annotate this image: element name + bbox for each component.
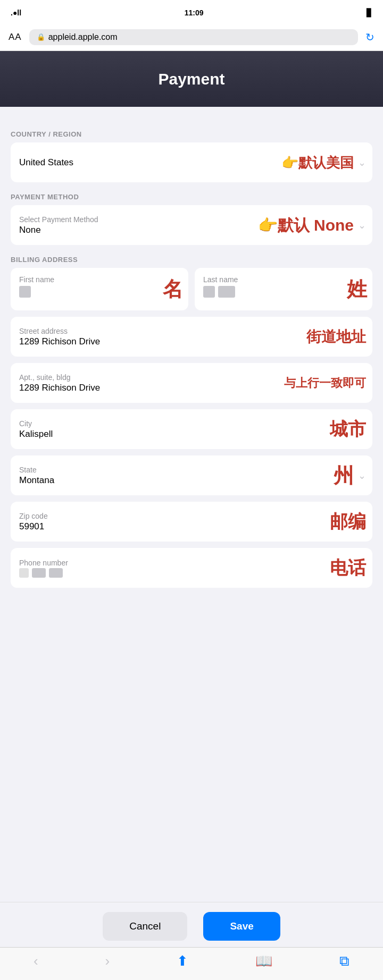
state-value: Montana — [19, 475, 364, 486]
phone-annotation: 电话 — [330, 556, 366, 580]
name-row: First name 名 Last name 姓 — [11, 268, 372, 310]
zip-annotation-overlay: 邮编 — [324, 510, 366, 534]
payment-method-field[interactable]: Select Payment Method None 👉默认 None ⌄ — [11, 205, 372, 245]
time-display: 11:09 — [185, 9, 204, 17]
country-region-label: COUNTRY / REGION — [11, 130, 372, 138]
first-name-field[interactable]: First name 名 — [11, 268, 188, 310]
country-region-section: United States 👉默认美国 ⌄ — [11, 142, 372, 182]
action-bar: Cancel Save — [0, 902, 383, 948]
ios-bottom-bar: ‹ › ⬆ 📖 ⧉ — [0, 947, 383, 980]
phone-content: Phone number — [19, 559, 364, 578]
first-name-placeholder-block — [19, 286, 31, 298]
chevron-down-icon-payment: ⌄ — [358, 219, 366, 231]
phone-label: Phone number — [19, 559, 364, 567]
state-annotation-overlay: 州 ⌄ — [328, 462, 366, 489]
apt-suite-section: Apt., suite, bldg 1289 Richison Drive 与上… — [11, 363, 372, 403]
chevron-down-icon: ⌄ — [358, 157, 366, 168]
state-section: State Montana 州 ⌄ — [11, 455, 372, 495]
font-size-control[interactable]: AA — [9, 32, 22, 43]
chevron-down-icon-state: ⌄ — [358, 470, 366, 481]
bookmarks-button[interactable]: 📖 — [255, 953, 272, 969]
zip-code-section: Zip code 59901 邮编 — [11, 502, 372, 542]
first-name-placeholder — [19, 286, 180, 298]
phone-field[interactable]: Phone number 电话 — [11, 548, 372, 588]
last-name-placeholder-block1 — [203, 286, 215, 298]
url-text: appleid.apple.com — [48, 32, 118, 42]
street-address-field[interactable]: Street address 1289 Richison Drive 街道地址 — [11, 317, 372, 357]
main-content: COUNTRY / REGION United States 👉默认美国 ⌄ P… — [0, 107, 383, 658]
zip-code-field[interactable]: Zip code 59901 邮编 — [11, 502, 372, 542]
battery-indicator: ▊ — [367, 9, 372, 17]
city-section: City Kalispell 城市 — [11, 409, 372, 449]
first-name-annotation: 名 — [163, 276, 183, 303]
last-name-placeholder — [203, 286, 364, 298]
city-annotation: 城市 — [330, 417, 366, 442]
page-title: Payment — [158, 70, 224, 88]
lock-icon: 🔒 — [37, 33, 45, 41]
payment-annotation-overlay: 👉默认 None ⌄ — [253, 214, 366, 236]
cancel-button[interactable]: Cancel — [103, 912, 187, 941]
forward-button[interactable]: › — [105, 953, 110, 969]
apt-suite-field[interactable]: Apt., suite, bldg 1289 Richison Drive 与上… — [11, 363, 372, 403]
phone-placeholder — [19, 568, 364, 578]
zip-annotation: 邮编 — [330, 510, 366, 534]
street-annotation: 街道地址 — [306, 327, 366, 347]
save-button[interactable]: Save — [203, 912, 280, 941]
country-region-field[interactable]: United States 👉默认美国 ⌄ — [11, 142, 372, 182]
zip-code-value: 59901 — [19, 521, 364, 532]
phone-placeholder-block1 — [19, 568, 29, 578]
last-name-field[interactable]: Last name 姓 — [195, 268, 372, 310]
city-content: City Kalispell — [19, 419, 364, 440]
signal-indicator: .●ll — [11, 9, 21, 17]
city-label: City — [19, 419, 364, 428]
phone-section: Phone number 电话 — [11, 548, 372, 588]
browser-bar: AA 🔒 appleid.apple.com ↻ — [0, 23, 383, 51]
payment-method-section: Select Payment Method None 👉默认 None ⌄ — [11, 205, 372, 245]
phone-placeholder-block3 — [49, 568, 63, 578]
apt-annotation-overlay: 与上行一致即可 — [279, 375, 366, 391]
state-field[interactable]: State Montana 州 ⌄ — [11, 455, 372, 495]
last-name-placeholder-block2 — [218, 286, 235, 298]
zip-code-content: Zip code 59901 — [19, 512, 364, 532]
phone-placeholder-block2 — [32, 568, 46, 578]
street-annotation-overlay: 街道地址 — [301, 327, 366, 347]
share-button[interactable]: ⬆ — [177, 953, 188, 969]
back-button[interactable]: ‹ — [34, 953, 38, 969]
apt-annotation: 与上行一致即可 — [284, 375, 366, 391]
country-annotation: 👉默认美国 — [281, 153, 354, 172]
street-address-section: Street address 1289 Richison Drive 街道地址 — [11, 317, 372, 357]
url-bar[interactable]: 🔒 appleid.apple.com — [29, 29, 358, 45]
refresh-icon[interactable]: ↻ — [365, 31, 374, 44]
state-label: State — [19, 466, 364, 474]
first-name-label: First name — [19, 275, 180, 284]
state-content: State Montana — [19, 466, 364, 486]
billing-address-label: BILLING ADDRESS — [11, 256, 372, 264]
tabs-button[interactable]: ⧉ — [339, 953, 349, 969]
payment-method-label: PAYMENT METHOD — [11, 193, 372, 201]
city-field[interactable]: City Kalispell 城市 — [11, 409, 372, 449]
country-annotation-overlay: 👉默认美国 ⌄ — [276, 153, 366, 172]
last-name-annotation: 姓 — [347, 276, 367, 303]
status-bar: .●ll 11:09 ▊ — [0, 0, 383, 23]
phone-annotation-overlay: 电话 — [324, 556, 366, 580]
zip-code-label: Zip code — [19, 512, 364, 520]
payment-annotation: 👉默认 None — [258, 214, 354, 236]
page-header: Payment — [0, 51, 383, 107]
city-value: Kalispell — [19, 429, 364, 440]
city-annotation-overlay: 城市 — [324, 417, 366, 442]
last-name-label: Last name — [203, 275, 364, 284]
state-annotation: 州 — [334, 462, 354, 489]
